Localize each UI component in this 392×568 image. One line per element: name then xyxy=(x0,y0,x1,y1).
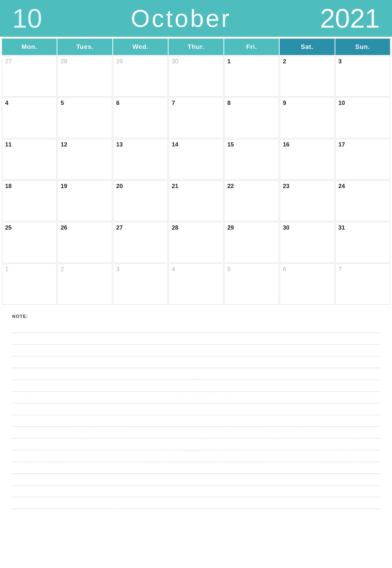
calendar-cell[interactable]: 2 xyxy=(57,264,112,304)
calendar-cell[interactable]: 30 xyxy=(280,222,334,263)
day-header-sat: Sat. xyxy=(280,39,334,55)
notes-lines xyxy=(12,321,380,509)
cell-day-number: 5 xyxy=(61,100,64,106)
cell-day-number: 5 xyxy=(227,266,231,272)
cell-day-number: 7 xyxy=(338,266,342,272)
notes-label: NOTE: xyxy=(12,314,380,319)
cell-day-number: 20 xyxy=(116,183,123,189)
month-number: 10 xyxy=(12,5,42,32)
note-line xyxy=(12,380,380,391)
cell-day-number: 13 xyxy=(116,141,123,148)
calendar-cell[interactable]: 27 xyxy=(2,56,57,97)
calendar-cell[interactable]: 5 xyxy=(57,97,112,138)
calendar-cell[interactable]: 7 xyxy=(335,264,390,304)
cell-day-number: 28 xyxy=(172,224,178,231)
calendar-cell[interactable]: 24 xyxy=(335,180,390,221)
cell-day-number: 2 xyxy=(61,266,64,272)
calendar-cell[interactable]: 8 xyxy=(224,97,279,138)
notes-section: NOTE: xyxy=(0,307,392,568)
calendar-cell[interactable]: 28 xyxy=(57,56,112,97)
calendar-cell[interactable]: 2 xyxy=(280,56,334,97)
cell-day-number: 27 xyxy=(5,58,12,65)
calendar-cell[interactable]: 27 xyxy=(113,222,168,263)
cell-day-number: 15 xyxy=(227,141,234,148)
note-line xyxy=(12,462,380,474)
calendar-cell[interactable]: 18 xyxy=(2,180,57,221)
day-header-tues: Tues. xyxy=(57,39,112,55)
note-line xyxy=(12,333,380,344)
calendar-page: 10 October 2021 Mon.Tues.Wed.Thur.Fri.Sa… xyxy=(0,0,392,568)
calendar-cell[interactable]: 23 xyxy=(280,180,334,221)
cell-day-number: 19 xyxy=(61,183,67,189)
calendar-cell[interactable]: 13 xyxy=(113,139,168,180)
calendar-cell[interactable]: 1 xyxy=(224,56,279,97)
note-line xyxy=(12,474,380,485)
cell-day-number: 6 xyxy=(116,100,119,106)
cell-day-number: 27 xyxy=(116,224,123,231)
calendar-cell[interactable]: 31 xyxy=(335,222,390,263)
days-header-row: Mon.Tues.Wed.Thur.Fri.Sat.Sun. xyxy=(0,37,392,55)
calendar-cell[interactable]: 30 xyxy=(168,56,223,97)
note-line xyxy=(12,438,380,450)
cell-day-number: 3 xyxy=(116,266,119,272)
cell-day-number: 23 xyxy=(283,183,289,189)
calendar-cell[interactable]: 6 xyxy=(113,97,168,138)
calendar-grid: 2728293012345678910111213141516171819202… xyxy=(0,55,392,307)
cell-day-number: 6 xyxy=(283,266,286,272)
calendar-cell[interactable]: 28 xyxy=(168,222,223,263)
day-header-thur: Thur. xyxy=(168,39,223,55)
cell-day-number: 9 xyxy=(283,100,286,106)
calendar-cell[interactable]: 21 xyxy=(168,180,223,221)
calendar-cell[interactable]: 4 xyxy=(2,97,57,138)
cell-day-number: 7 xyxy=(172,100,175,106)
cell-day-number: 24 xyxy=(338,183,345,189)
calendar-cell[interactable]: 4 xyxy=(168,264,223,304)
note-line xyxy=(12,356,380,368)
calendar-cell[interactable]: 5 xyxy=(224,264,279,304)
calendar-cell[interactable]: 22 xyxy=(224,180,279,221)
calendar-cell[interactable]: 25 xyxy=(2,222,57,263)
calendar-cell[interactable]: 26 xyxy=(57,222,112,263)
note-line xyxy=(12,368,380,380)
calendar-cell[interactable]: 3 xyxy=(335,56,390,97)
note-line xyxy=(12,415,380,427)
calendar-cell[interactable]: 14 xyxy=(168,139,223,180)
cell-day-number: 16 xyxy=(283,141,289,148)
calendar-cell[interactable]: 19 xyxy=(57,180,112,221)
day-header-mon: Mon. xyxy=(2,39,57,55)
cell-day-number: 14 xyxy=(172,141,178,148)
note-line xyxy=(12,485,380,497)
calendar-cell[interactable]: 29 xyxy=(113,56,168,97)
calendar-cell[interactable]: 1 xyxy=(2,264,57,304)
cell-day-number: 30 xyxy=(172,58,178,65)
cell-day-number: 11 xyxy=(5,141,12,148)
calendar-cell[interactable]: 3 xyxy=(113,264,168,304)
day-header-wed: Wed. xyxy=(113,39,168,55)
cell-day-number: 31 xyxy=(338,224,345,231)
calendar-cell[interactable]: 16 xyxy=(280,139,334,180)
note-line xyxy=(12,403,380,415)
note-line xyxy=(12,391,380,403)
calendar-cell[interactable]: 29 xyxy=(224,222,279,263)
day-header-fri: Fri. xyxy=(224,39,279,55)
cell-day-number: 2 xyxy=(283,58,286,65)
calendar-cell[interactable]: 10 xyxy=(335,97,390,138)
calendar-cell[interactable]: 7 xyxy=(168,97,223,138)
calendar-cell[interactable]: 20 xyxy=(113,180,168,221)
cell-day-number: 1 xyxy=(5,266,8,272)
cell-day-number: 21 xyxy=(172,183,178,189)
calendar-cell[interactable]: 6 xyxy=(280,264,334,304)
cell-day-number: 12 xyxy=(61,141,67,148)
calendar-cell[interactable]: 12 xyxy=(57,139,112,180)
cell-day-number: 3 xyxy=(338,58,342,65)
calendar-cell[interactable]: 15 xyxy=(224,139,279,180)
calendar-cell[interactable]: 11 xyxy=(2,139,57,180)
cell-day-number: 8 xyxy=(227,100,231,106)
calendar-cell[interactable]: 9 xyxy=(280,97,334,138)
cell-day-number: 4 xyxy=(5,100,8,106)
note-line xyxy=(12,321,380,333)
cell-day-number: 30 xyxy=(283,224,289,231)
calendar-cell[interactable]: 17 xyxy=(335,139,390,180)
note-line xyxy=(12,427,380,438)
cell-day-number: 29 xyxy=(116,58,123,65)
